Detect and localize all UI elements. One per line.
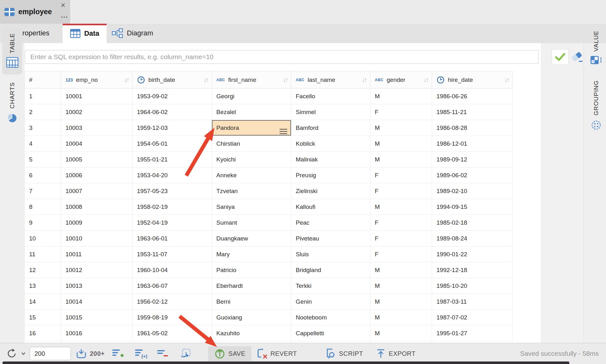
cell-last_name[interactable]: Maliniak — [291, 152, 370, 167]
rail-tab-value[interactable]: VALUE — [587, 31, 605, 65]
cell-last_name[interactable]: Peac — [291, 215, 370, 231]
cell-last_name[interactable]: Sluis — [291, 246, 370, 262]
sort-icon[interactable]: ↓↑ — [504, 76, 509, 83]
cell-birth_date[interactable]: 1957-05-23 — [133, 183, 212, 199]
cell-emp_no[interactable]: 10016 — [61, 325, 133, 341]
cell-hire_date[interactable]: 1994-09-15 — [432, 199, 513, 215]
cell-hire_date[interactable]: 1995-01-27 — [432, 325, 513, 341]
cell-last_name[interactable]: Bamford — [291, 120, 370, 136]
cell-gender[interactable]: M — [370, 152, 432, 167]
cell-first_name[interactable]: Tzvetan — [212, 183, 291, 199]
cell-row_num[interactable]: 9 — [25, 215, 61, 231]
cell-hire_date[interactable]: 1992-12-18 — [432, 262, 513, 278]
cell-first_name[interactable]: Patricio — [212, 262, 291, 278]
cell-last_name[interactable]: Terkki — [291, 278, 370, 294]
cell-hire_date[interactable]: 1986-12-01 — [432, 136, 513, 152]
cell-gender[interactable]: M — [370, 294, 432, 310]
column-header-last-name[interactable]: ABC last_name ↓↑ — [291, 71, 370, 88]
cell-emp_no[interactable]: 10011 — [61, 246, 133, 262]
sort-icon[interactable]: ↓↑ — [362, 76, 367, 83]
more-dots-icon[interactable]: … — [60, 11, 68, 20]
cell-emp_no[interactable]: 10001 — [61, 88, 133, 104]
cell-row_num[interactable]: 10 — [25, 231, 61, 246]
cell-hire_date[interactable]: 1987-03-11 — [432, 294, 513, 310]
cell-birth_date[interactable]: 1963-06-01 — [133, 231, 212, 246]
column-header-birth-date[interactable]: birth_date ↓↑ — [133, 71, 212, 88]
cell-first_name[interactable]: Chirstian — [212, 136, 291, 152]
cell-row_num[interactable]: 1 — [25, 88, 61, 104]
sort-icon[interactable]: ↓↑ — [283, 76, 288, 83]
cell-hire_date[interactable]: 1985-02-18 — [432, 215, 513, 231]
cell-gender[interactable]: F — [370, 104, 432, 120]
cell-hire_date[interactable]: 1985-11-21 — [432, 104, 513, 120]
cell-last_name[interactable]: Piveteau — [291, 231, 370, 246]
cell-row_num[interactable]: 13 — [25, 278, 61, 294]
cell-last_name[interactable]: Nooteboom — [291, 310, 370, 325]
cell-first_name[interactable]: Eberhardt — [212, 278, 291, 294]
cell-hire_date[interactable]: 1989-08-24 — [432, 231, 513, 246]
cell-first_name[interactable]: Guoxiang — [212, 310, 291, 325]
cell-last_name[interactable]: Preusig — [291, 167, 370, 183]
rail-tab-table[interactable]: TABLE — [2, 27, 22, 75]
eraser-icon[interactable] — [571, 51, 584, 65]
cell-last_name[interactable]: Facello — [291, 88, 370, 104]
cell-gender[interactable]: M — [370, 120, 432, 136]
sql-filter-input[interactable] — [25, 50, 539, 64]
cell-gender[interactable]: M — [370, 199, 432, 215]
cell-row_num[interactable]: 6 — [25, 167, 61, 183]
cell-hire_date[interactable]: 1989-02-10 — [432, 183, 513, 199]
revert-button[interactable]: REVERT — [256, 348, 297, 359]
cell-emp_no[interactable]: 10008 — [61, 199, 133, 215]
cell-birth_date[interactable]: 1954-05-01 — [133, 136, 212, 152]
cell-first_name[interactable]: Berni — [212, 294, 291, 310]
cell-birth_date[interactable]: 1963-06-07 — [133, 278, 212, 294]
cell-hire_date[interactable]: 1986-08-28 — [432, 120, 513, 136]
refresh-grid-button[interactable] — [179, 348, 191, 359]
cell-birth_date[interactable]: 1961-05-02 — [133, 325, 212, 341]
cell-hire_date[interactable]: 1985-10-20 — [432, 278, 513, 294]
cell-emp_no[interactable]: 10005 — [61, 152, 133, 167]
apply-filter-button[interactable] — [551, 49, 569, 65]
cell-first_name[interactable]: Anneke — [212, 167, 291, 183]
cell-emp_no[interactable]: 10012 — [61, 262, 133, 278]
cell-birth_date[interactable]: 1953-11-07 — [133, 246, 212, 262]
cell-emp_no[interactable]: 10014 — [61, 294, 133, 310]
cell-first_name[interactable]: Bezalel — [212, 104, 291, 120]
cell-birth_date[interactable]: 1955-01-21 — [133, 152, 212, 167]
fetch-size-input[interactable] — [30, 347, 71, 360]
cell-gender[interactable]: F — [370, 246, 432, 262]
cell-row_num[interactable]: 7 — [25, 183, 61, 199]
cell-row_num[interactable]: 14 — [25, 294, 61, 310]
cell-gender[interactable]: M — [370, 310, 432, 325]
cell-birth_date[interactable]: 1959-08-19 — [133, 310, 212, 325]
cell-first_name[interactable]: Mary — [212, 246, 291, 262]
cell-row_num[interactable]: 8 — [25, 199, 61, 215]
save-button[interactable]: SAVE — [208, 346, 251, 361]
rail-tab-charts[interactable]: CHARTS — [2, 82, 22, 123]
cell-row_num[interactable]: 3 — [25, 120, 61, 136]
column-header-emp-no[interactable]: 123 emp_no ↓↑ — [61, 71, 133, 88]
cell-emp_no[interactable]: 10006 — [61, 167, 133, 183]
tab-data[interactable]: Data — [63, 24, 107, 43]
script-button[interactable]: SCRIPT — [325, 348, 363, 359]
cell-last_name[interactable]: Zielinski — [291, 183, 370, 199]
export-button[interactable]: EXPORT — [376, 348, 416, 359]
cell-emp_no[interactable]: 10004 — [61, 136, 133, 152]
cell-birth_date[interactable]: 1952-04-19 — [133, 215, 212, 231]
cell-gender[interactable]: F — [370, 183, 432, 199]
cell-first_name[interactable]: Saniya — [212, 199, 291, 215]
cell-birth_date[interactable]: 1958-02-19 — [133, 199, 212, 215]
cell-gender[interactable]: M — [370, 262, 432, 278]
cell-emp_no[interactable]: 10003 — [61, 120, 133, 136]
refresh-button[interactable] — [6, 348, 26, 359]
cell-first_name[interactable]: Kazuhito — [212, 325, 291, 341]
cell-row_num[interactable]: 15 — [25, 310, 61, 325]
sort-icon[interactable]: ↓↑ — [203, 76, 208, 83]
cell-last_name[interactable]: Bridgland — [291, 262, 370, 278]
cell-last_name[interactable]: Genin — [291, 294, 370, 310]
cell-first_name[interactable]: Pandora — [212, 120, 291, 136]
cell-emp_no[interactable]: 10010 — [61, 231, 133, 246]
cell-menu-icon[interactable] — [279, 125, 288, 136]
cell-birth_date[interactable]: 1964-06-02 — [133, 104, 212, 120]
cell-last_name[interactable]: Kalloufi — [291, 199, 370, 215]
